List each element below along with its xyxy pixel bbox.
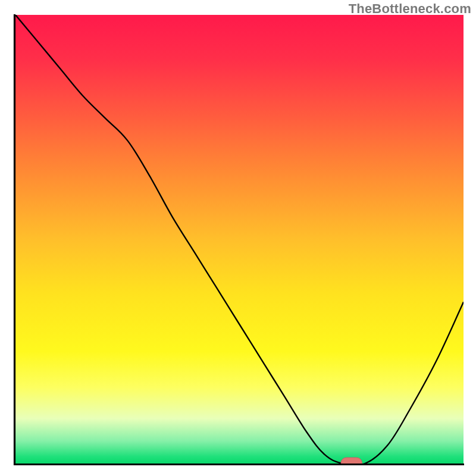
chart-stage: TheBottleneck.com	[0, 0, 476, 476]
heat-gradient-bg	[15, 15, 464, 464]
watermark-text: TheBottleneck.com	[349, 1, 471, 17]
bottleneck-chart	[0, 0, 476, 476]
optimal-point-marker	[341, 458, 362, 468]
